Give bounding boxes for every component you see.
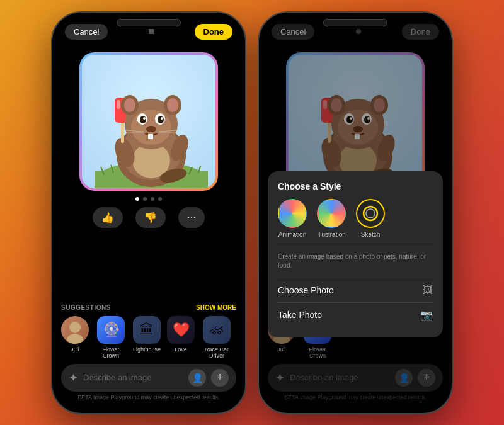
suggestion-juli[interactable]: Juli bbox=[61, 316, 89, 359]
race-car-icon: 🏎 bbox=[203, 316, 231, 344]
animation-label: Animation bbox=[278, 231, 306, 238]
style-options: Animation Illustration Sketch bbox=[278, 199, 433, 238]
dot-2 bbox=[143, 197, 147, 201]
pagination-dots-left bbox=[135, 197, 162, 201]
juli-label: Juli bbox=[71, 346, 79, 353]
suggestion-love[interactable]: ❤️ Love bbox=[167, 316, 195, 359]
svg-point-24 bbox=[140, 116, 146, 123]
plus-button-left[interactable]: + bbox=[211, 369, 229, 387]
suggestion-flower-crown[interactable]: 🎡 Flower Crown bbox=[95, 316, 127, 359]
race-car-label: Race Car Driver bbox=[201, 346, 232, 359]
sketch-circle bbox=[356, 199, 385, 228]
svg-point-18 bbox=[124, 98, 135, 112]
lighthouse-icon: 🏛 bbox=[133, 316, 161, 344]
style-illustration[interactable]: Illustration bbox=[317, 199, 346, 238]
phone-right: Cancel Done bbox=[258, 11, 453, 414]
suggestions-row-left: Juli 🎡 Flower Crown 🏛 Lighthouse ❤️ Love… bbox=[61, 316, 236, 359]
sparkle-icon-left: ✦ bbox=[69, 371, 78, 385]
done-button-left[interactable]: Done bbox=[195, 24, 233, 40]
dislike-button[interactable]: 👎 bbox=[135, 207, 166, 228]
svg-rect-15 bbox=[117, 100, 120, 109]
image-area-left: 👍 👎 ··· bbox=[52, 46, 245, 304]
camera-dot-left bbox=[149, 29, 154, 34]
more-button[interactable]: ··· bbox=[178, 207, 204, 228]
animation-circle bbox=[278, 199, 307, 228]
image-frame-left bbox=[79, 52, 218, 191]
svg-point-26 bbox=[143, 117, 146, 120]
svg-point-66 bbox=[366, 209, 375, 218]
action-row-left: 👍 👎 ··· bbox=[93, 207, 204, 228]
suggestions-section-left: SUGGESTIONS SHOW MORE Juli 🎡 Flower Crow… bbox=[52, 304, 245, 359]
suggestion-race-car[interactable]: 🏎 Race Car Driver bbox=[201, 316, 232, 359]
dot-3 bbox=[151, 197, 154, 201]
illustration-circle bbox=[317, 199, 346, 228]
person-button-left[interactable]: 👤 bbox=[188, 369, 206, 387]
dot-1 bbox=[135, 197, 139, 201]
svg-point-27 bbox=[161, 117, 163, 120]
bottom-bar-left: ✦ Describe an image 👤 + BETA Image Playg… bbox=[52, 359, 245, 413]
svg-point-28 bbox=[146, 126, 156, 132]
flower-crown-label: Flower Crown bbox=[95, 346, 127, 359]
popup-title: Choose a Style bbox=[278, 181, 433, 191]
love-label: Love bbox=[175, 346, 187, 353]
flower-crown-icon: 🎡 bbox=[97, 316, 125, 344]
style-animation[interactable]: Animation bbox=[278, 199, 307, 238]
choose-photo-icon: 🖼 bbox=[423, 285, 433, 296]
popup-description: Create an image based on a photo of pets… bbox=[278, 246, 433, 270]
like-button[interactable]: 👍 bbox=[93, 207, 123, 228]
svg-point-35 bbox=[69, 322, 81, 333]
take-photo-label: Take Photo bbox=[278, 310, 322, 320]
choose-photo-label: Choose Photo bbox=[278, 285, 334, 295]
input-placeholder-left[interactable]: Describe an image bbox=[83, 373, 183, 382]
beta-text-left: BETA Image Playground may create unexpec… bbox=[61, 394, 236, 400]
suggestions-label-left: SUGGESTIONS bbox=[61, 304, 111, 311]
top-bar-left: Cancel Done bbox=[52, 13, 245, 46]
input-row-left: ✦ Describe an image 👤 + bbox=[61, 364, 236, 392]
phone-left: Cancel Done bbox=[51, 11, 246, 414]
svg-point-25 bbox=[158, 116, 164, 123]
svg-point-36 bbox=[67, 334, 83, 344]
show-more-left[interactable]: SHOW MORE bbox=[196, 304, 236, 311]
illustration-label: Illustration bbox=[317, 231, 346, 238]
take-photo-icon: 📷 bbox=[420, 309, 433, 321]
take-photo-action[interactable]: Take Photo 📷 bbox=[278, 302, 433, 327]
style-popup: Choose a Style Animation Illustration bbox=[268, 171, 443, 337]
choose-photo-action[interactable]: Choose Photo 🖼 bbox=[278, 278, 433, 302]
sketch-label: Sketch bbox=[361, 231, 381, 238]
love-icon: ❤️ bbox=[167, 316, 195, 344]
suggestion-lighthouse[interactable]: 🏛 Lighthouse bbox=[133, 316, 161, 359]
lighthouse-label: Lighthouse bbox=[133, 346, 161, 353]
dot-4 bbox=[158, 197, 162, 201]
style-sketch[interactable]: Sketch bbox=[356, 199, 385, 238]
cancel-button-left[interactable]: Cancel bbox=[65, 24, 108, 40]
juli-avatar bbox=[61, 316, 89, 344]
svg-point-20 bbox=[167, 98, 178, 112]
